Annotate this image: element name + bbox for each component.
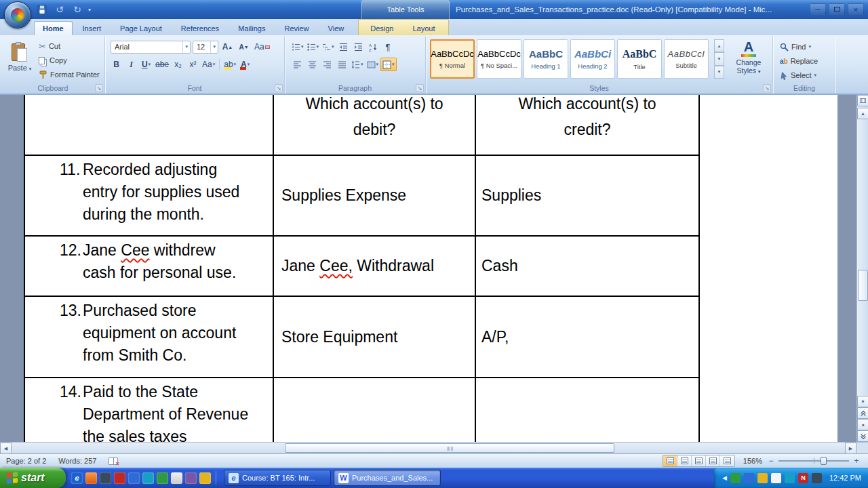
borders-button[interactable]: ▾ — [380, 58, 397, 71]
full-screen-reading-view-button[interactable] — [677, 455, 692, 466]
redo-button[interactable]: ↻ — [71, 3, 84, 16]
style-heading-2[interactable]: AaBbCi Heading 2 — [570, 39, 615, 79]
tray-icon[interactable] — [757, 473, 768, 483]
quick-launch-icon[interactable] — [114, 472, 125, 484]
quick-launch-icon[interactable] — [171, 472, 182, 484]
strikethrough-button[interactable]: abe — [154, 58, 170, 71]
taskbar-clock[interactable]: 12:42 PM — [829, 474, 861, 482]
scroll-down-button[interactable]: ▼ — [857, 396, 868, 407]
tab-view[interactable]: View — [319, 21, 353, 35]
tray-icon[interactable] — [730, 473, 741, 483]
font-dialog-launcher[interactable]: ↘ — [275, 84, 283, 92]
vertical-scrollbar[interactable]: ▲ ▼ ● — [856, 95, 868, 442]
style-heading-1[interactable]: AaBbC Heading 1 — [524, 39, 568, 79]
start-button[interactable]: start — [0, 468, 66, 488]
zoom-slider[interactable] — [778, 456, 849, 466]
numbering-button[interactable]: ▾ — [306, 40, 321, 54]
tray-icon[interactable] — [744, 473, 754, 483]
clear-formatting-button[interactable]: Aa — [253, 40, 271, 54]
clipboard-dialog-launcher[interactable]: ↘ — [95, 84, 103, 92]
zoom-out-button[interactable]: − — [766, 456, 776, 466]
tab-references[interactable]: References — [172, 21, 228, 35]
select-browse-object-button[interactable]: ● — [857, 419, 868, 430]
paste-button[interactable]: Paste ▾ — [5, 39, 34, 83]
maximize-button[interactable] — [829, 3, 845, 15]
style-title[interactable]: AaBbC Title — [617, 39, 662, 79]
replace-button[interactable]: ab Replace — [778, 55, 819, 67]
superscript-button[interactable]: x² — [186, 58, 200, 71]
tray-icon[interactable] — [771, 473, 781, 483]
underline-button[interactable]: U▾ — [139, 58, 153, 71]
internet-explorer-icon[interactable]: e — [71, 472, 83, 484]
proofing-status-button[interactable] — [102, 454, 124, 468]
quick-launch-icon[interactable] — [85, 472, 97, 484]
paragraph-dialog-launcher[interactable]: ↘ — [416, 84, 424, 92]
bullets-button[interactable]: ▾ — [290, 40, 305, 54]
line-spacing-button[interactable]: ▾ — [350, 58, 365, 71]
copy-button[interactable]: Copy — [37, 54, 102, 66]
decrease-indent-button[interactable] — [336, 40, 351, 54]
tray-icon[interactable] — [812, 473, 822, 483]
tray-icon[interactable]: N — [798, 473, 808, 483]
shrink-font-button[interactable]: A▼ — [237, 40, 251, 54]
ruler-toggle-button[interactable] — [857, 95, 868, 106]
qat-customize-dropdown-icon[interactable]: ▾ — [88, 7, 91, 13]
tab-page-layout[interactable]: Page Layout — [111, 21, 171, 35]
scroll-up-button[interactable]: ▲ — [857, 108, 868, 119]
styles-more-icon[interactable]: ▼ — [714, 66, 724, 79]
tab-layout[interactable]: Layout — [403, 21, 443, 35]
styles-scroll-up-icon[interactable]: ▲ — [714, 39, 724, 52]
draft-view-button[interactable] — [720, 455, 734, 466]
increase-indent-button[interactable] — [351, 40, 366, 54]
save-button[interactable] — [35, 3, 49, 16]
align-left-button[interactable] — [290, 58, 304, 71]
style-subtitle[interactable]: AaBbCcI Subtitle — [664, 39, 709, 79]
tab-mailings[interactable]: Mailings — [229, 21, 274, 35]
find-button[interactable]: Find▾ — [778, 41, 819, 53]
multilevel-list-button[interactable]: ▾ — [321, 40, 336, 54]
change-styles-button[interactable]: A Change Styles ▾ — [728, 39, 769, 84]
italic-button[interactable]: I — [124, 58, 138, 71]
format-painter-button[interactable]: Format Painter — [37, 68, 102, 81]
align-center-button[interactable] — [305, 58, 319, 71]
office-button[interactable] — [4, 1, 31, 28]
undo-button[interactable]: ↺ — [53, 3, 66, 16]
web-layout-view-button[interactable] — [692, 455, 706, 466]
page-indicator[interactable]: Page: 2 of 2 — [0, 454, 52, 468]
show-hide-formatting-button[interactable]: ¶ — [381, 40, 395, 54]
font-size-combo[interactable]: 12▾ — [193, 41, 218, 54]
cut-button[interactable]: ✂ Cut — [37, 40, 102, 52]
bold-button[interactable]: B — [109, 58, 123, 71]
vertical-scroll-thumb[interactable] — [858, 270, 868, 301]
zoom-level[interactable]: 156% — [739, 457, 762, 465]
quick-launch-icon[interactable] — [199, 472, 211, 484]
quick-launch-icon[interactable] — [128, 472, 140, 484]
taskbar-button-word-document[interactable]: W Purchases_and_Sales... — [334, 470, 441, 486]
select-button[interactable]: Select▾ — [778, 69, 819, 81]
zoom-slider-thumb[interactable] — [821, 457, 827, 465]
change-case-button[interactable]: Aa▾ — [201, 58, 216, 71]
font-color-button[interactable]: A▾ — [238, 58, 252, 71]
tab-insert[interactable]: Insert — [74, 21, 111, 35]
word-count[interactable]: Words: 257 — [52, 454, 102, 468]
document-page[interactable]: Which account(s) todebit? Which account(… — [24, 95, 837, 442]
horizontal-scroll-thumb[interactable] — [285, 443, 614, 453]
previous-page-button[interactable] — [857, 407, 868, 419]
font-name-combo[interactable]: Arial▾ — [111, 41, 191, 54]
horizontal-scrollbar[interactable]: ◀ ▶ — [0, 442, 868, 453]
tab-design[interactable]: Design — [361, 21, 402, 35]
quick-launch-icon[interactable] — [185, 472, 197, 484]
next-page-button[interactable] — [857, 430, 868, 442]
grow-font-button[interactable]: A▲ — [220, 40, 235, 54]
outline-view-button[interactable] — [706, 455, 720, 466]
text-highlight-button[interactable]: ab▾ — [222, 58, 237, 71]
quick-launch-icon[interactable] — [142, 472, 154, 484]
close-button[interactable]: × — [848, 3, 864, 15]
shading-button[interactable]: ▾ — [366, 58, 380, 71]
minimize-button[interactable]: ─ — [810, 3, 826, 15]
scroll-right-button[interactable]: ▶ — [845, 443, 856, 454]
quick-launch-icon[interactable] — [100, 472, 111, 484]
sort-button[interactable]: AZ — [366, 40, 380, 54]
style-no-spacing[interactable]: AaBbCcDc ¶ No Spaci... — [477, 39, 521, 79]
scroll-left-button[interactable]: ◀ — [0, 443, 12, 454]
